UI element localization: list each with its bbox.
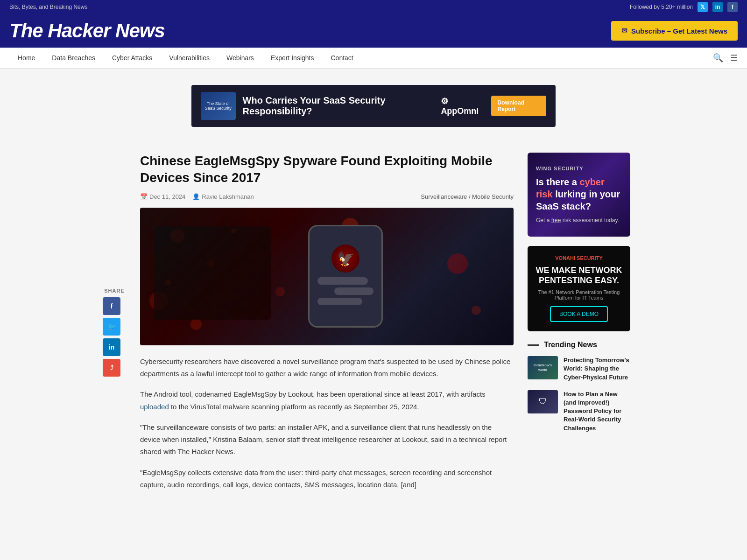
trending-dash <box>528 344 539 346</box>
search-icon[interactable]: 🔍 <box>713 53 723 63</box>
article-date: Dec 11, 2024 <box>149 193 185 200</box>
eagle-logo: 🦅 <box>331 245 359 273</box>
banner-ad: The State of SaaS Security Who Carries Y… <box>191 85 556 127</box>
trending-thumb-cyber: tomorrow's world <box>528 356 558 379</box>
site-header: The Hacker News ✉ Subscribe – Get Latest… <box>0 14 747 48</box>
article-meta: 📅 Dec 11, 2024 👤 Ravie Lakshmanan Survei… <box>140 193 514 200</box>
nav-home[interactable]: Home <box>9 48 43 68</box>
download-report-button[interactable]: Download Report <box>491 96 546 116</box>
banner-ad-text: Who Carries Your SaaS Security Responsib… <box>243 95 441 117</box>
wing-headline: Is there a cyber risk lurking in your Sa… <box>536 176 622 212</box>
svg-point-9 <box>472 306 481 315</box>
subscribe-label: Subscribe – Get Latest News <box>631 27 727 35</box>
uploaded-link[interactable]: uploaded <box>140 403 169 411</box>
site-title[interactable]: The Hacker News <box>9 20 165 42</box>
svg-point-4 <box>190 319 202 330</box>
author-info: 👤 Ravie Lakshmanan <box>192 193 254 200</box>
article-paragraph-4: "EagleMsgSpy collects extensive data fro… <box>140 467 514 491</box>
wing-brand: WING SECURITY <box>536 166 622 171</box>
subscribe-button[interactable]: ✉ Subscribe – Get Latest News <box>611 21 738 41</box>
book-demo-button[interactable]: BOOK A DEMO <box>550 306 608 322</box>
article-paragraph-2: The Android tool, codenamed EagleMsgSpy … <box>140 388 514 413</box>
trending-text-1: Protecting Tomorrow's World: Shaping the… <box>564 356 630 382</box>
trending-thumb-shield: 🛡 <box>528 390 558 413</box>
wing-cta: Get a free risk assessment today. <box>536 217 622 224</box>
trending-thumb-2: 🛡 <box>528 390 558 413</box>
top-bar-right: Followed by 5.20+ million 𝕏 in f <box>630 2 738 12</box>
nav-icons: 🔍 ☰ <box>713 53 738 63</box>
trending-item-1[interactable]: tomorrow's world Protecting Tomorrow's W… <box>528 356 630 382</box>
calendar-icon: 📅 Dec 11, 2024 <box>140 193 185 200</box>
nav-webinars[interactable]: Webinars <box>218 48 262 68</box>
envelope-icon: ✉ <box>621 27 627 35</box>
wing-ad: WING SECURITY Is there a cyber risk lurk… <box>528 153 630 237</box>
article-paragraph-1: Cybersecurity researchers have discovere… <box>140 356 514 380</box>
trending-header: Trending News <box>528 341 630 349</box>
vonahi-headline: WE MAKE NETWORK PENTESTING EASY. <box>535 266 623 286</box>
follower-count: Followed by 5.20+ million <box>630 4 693 10</box>
trending-section: Trending News tomorrow's world Protectin… <box>528 341 630 433</box>
article-meta-left: 📅 Dec 11, 2024 👤 Ravie Lakshmanan <box>140 193 254 200</box>
article-body: Cybersecurity researchers have discovere… <box>140 356 514 491</box>
trending-item-2[interactable]: 🛡 How to Plan a New (and Improved!) Pass… <box>528 390 630 433</box>
phone-mockup: 🦅 <box>308 225 383 328</box>
article-author: Ravie Lakshmanan <box>202 193 254 200</box>
article-paragraph-3: "The surveillanceware consists of two pa… <box>140 421 514 458</box>
twitter-share-button[interactable]: 🐦 <box>103 318 120 336</box>
linkedin-share-button[interactable]: in <box>103 338 120 356</box>
cyber-risk-accent: cyber risk <box>536 177 605 199</box>
twitter-top-icon[interactable]: 𝕏 <box>698 2 708 12</box>
trending-thumb-1: tomorrow's world <box>528 356 558 379</box>
nav-contact[interactable]: Contact <box>322 48 361 68</box>
linkedin-top-icon[interactable]: in <box>712 2 723 12</box>
trending-text-2: How to Plan a New (and Improved!) Passwo… <box>564 390 630 433</box>
nav-vulnerabilities[interactable]: Vulnerabilities <box>161 48 218 68</box>
vonahi-ad: VONAHI SECURITY WE MAKE NETWORK PENTESTI… <box>528 246 630 331</box>
banner-ad-right: ⚙ AppOmni Download Report <box>441 96 546 116</box>
main-nav: Home Data Breaches Cyber Attacks Vulnera… <box>0 48 747 69</box>
nav-cyber-attacks[interactable]: Cyber Attacks <box>104 48 161 68</box>
phone-messages <box>317 277 374 308</box>
facebook-share-button[interactable]: f <box>103 297 120 315</box>
tagline: Bits, Bytes, and Breaking News <box>9 4 87 10</box>
appomni-brand: ⚙ AppOmni <box>441 96 484 116</box>
share-label: SHARE <box>103 288 126 294</box>
menu-icon[interactable]: ☰ <box>730 53 738 63</box>
nav-data-breaches[interactable]: Data Breaches <box>43 48 104 68</box>
article-category[interactable]: Surveillanceware / Mobile Security <box>421 193 514 200</box>
svg-point-6 <box>275 287 285 296</box>
main-container: SHARE f 🐦 in ⤴ Chinese EagleMsgSpy Spywa… <box>93 143 654 509</box>
article-title: Chinese EagleMsgSpy Spyware Found Exploi… <box>140 153 514 187</box>
article-area: Chinese EagleMsgSpy Spyware Found Exploi… <box>140 143 514 499</box>
top-bar: Bits, Bytes, and Breaking News Followed … <box>0 0 747 14</box>
article-image: 🦅 <box>140 208 514 345</box>
sidebar: WING SECURITY Is there a cyber risk lurk… <box>528 143 630 499</box>
other-share-button[interactable]: ⤴ <box>103 359 120 377</box>
vonahi-brand: VONAHI SECURITY <box>555 255 602 261</box>
facebook-top-icon[interactable]: f <box>727 2 738 12</box>
vonahi-subtext: The #1 Network Penetration Testing Platf… <box>535 289 623 301</box>
banner-ad-image: The State of SaaS Security <box>201 92 236 120</box>
trending-title: Trending News <box>544 341 597 349</box>
keyboard-bg <box>154 226 271 320</box>
appomni-icon: ⚙ <box>441 97 448 106</box>
nav-links: Home Data Breaches Cyber Attacks Vulnera… <box>9 48 362 68</box>
nav-expert-insights[interactable]: Expert Insights <box>262 48 323 68</box>
share-sidebar: SHARE f 🐦 in ⤴ <box>103 143 126 499</box>
svg-point-8 <box>447 253 468 274</box>
